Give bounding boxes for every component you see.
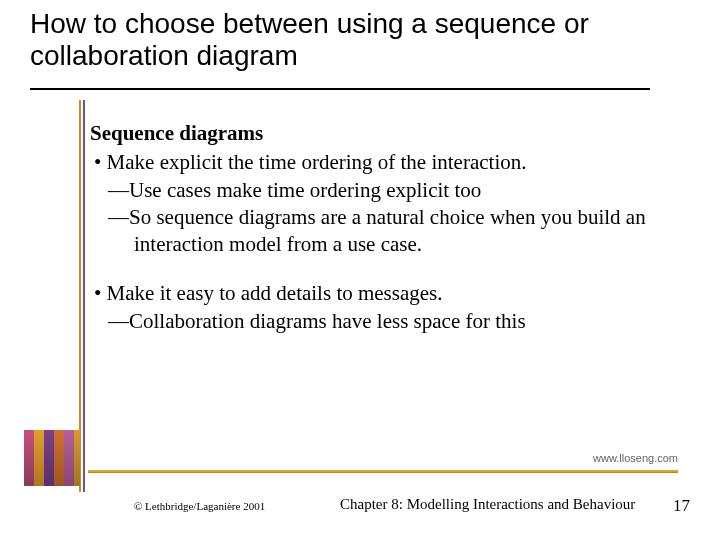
title-underline <box>30 88 650 90</box>
chapter-title: Chapter 8: Modelling Interactions and Be… <box>340 496 635 513</box>
content-area: Sequence diagrams Make explicit the time… <box>90 120 670 335</box>
page-number: 17 <box>673 496 690 516</box>
website-url: www.lloseng.com <box>593 452 678 464</box>
bullet-text: Make it easy to add details to messages. <box>107 281 443 305</box>
bullet-text: Make explicit the time ordering of the i… <box>107 150 527 174</box>
bullet-level-2: So sequence diagrams are a natural choic… <box>90 204 670 259</box>
decoration-color-square <box>24 430 80 486</box>
copyright-text: © Lethbridge/Laganière 2001 <box>134 500 265 512</box>
bullet-level-1: Make it easy to add details to messages. <box>90 280 670 307</box>
bullet-text: So sequence diagrams are a natural choic… <box>129 205 646 256</box>
decoration-vertical-bar <box>83 100 85 492</box>
slide-title: How to choose between using a sequence o… <box>30 8 670 72</box>
section-heading: Sequence diagrams <box>90 120 670 147</box>
bullet-text: Collaboration diagrams have less space f… <box>129 309 526 333</box>
bullet-text: Use cases make time ordering explicit to… <box>129 178 481 202</box>
bullet-level-2: Collaboration diagrams have less space f… <box>90 308 670 335</box>
bullet-level-1: Make explicit the time ordering of the i… <box>90 149 670 176</box>
decoration-horizontal-bar <box>88 470 678 473</box>
bullet-level-2: Use cases make time ordering explicit to… <box>90 177 670 204</box>
